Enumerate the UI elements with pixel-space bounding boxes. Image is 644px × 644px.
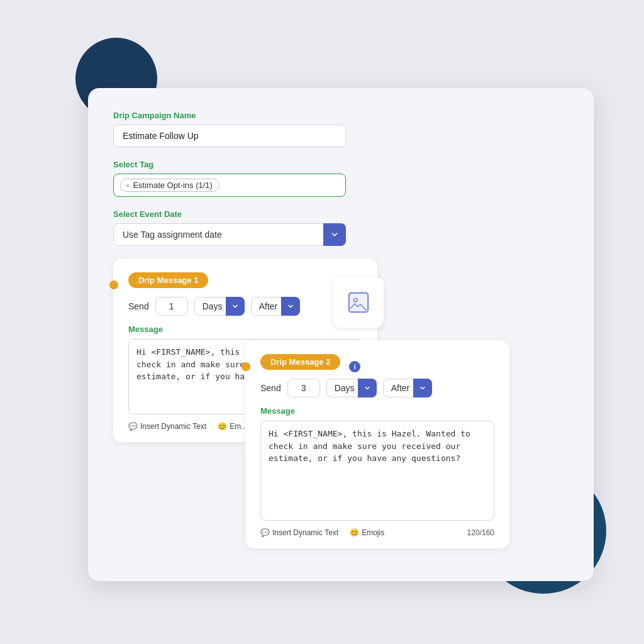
drip-1-days-wrapper: Days	[194, 297, 245, 316]
event-date-select[interactable]: Use Tag assignment date	[113, 223, 346, 246]
drip-1-after-wrapper: After	[251, 297, 300, 316]
main-card: Drip Campaign Name Select Tag × Estimate…	[88, 88, 594, 581]
info-icon[interactable]: i	[349, 361, 360, 372]
tag-badge: × Estimate Opt-ins (1/1)	[120, 179, 219, 192]
drip-1-insert-dynamic-btn[interactable]: 💬 Insert Dynamic Text	[128, 422, 206, 431]
select-event-date-section: Select Event Date Use Tag assignment dat…	[113, 209, 569, 246]
drip-area: Drip Message 1 Send Days	[113, 258, 569, 442]
drip-2-send-label: Send	[260, 383, 281, 393]
drip-2-footer-left: 💬 Insert Dynamic Text 😊 Emojis	[260, 528, 384, 537]
emoji-icon-2: 😊	[350, 528, 359, 537]
drip-1-send-row: Send Days After	[128, 297, 362, 316]
select-event-date-label: Select Event Date	[113, 209, 569, 219]
tag-input-wrapper[interactable]: × Estimate Opt-ins (1/1)	[113, 174, 346, 197]
drip-2-footer: 💬 Insert Dynamic Text 😊 Emojis 120/160	[260, 528, 494, 537]
drip-2-dot	[242, 362, 250, 371]
drip-2-char-count: 120/160	[467, 528, 494, 537]
campaign-name-input[interactable]	[113, 125, 346, 147]
drip-1-message-label: Message	[128, 325, 362, 334]
emoji-icon: 😊	[218, 422, 227, 431]
select-tag-label: Select Tag	[113, 160, 569, 169]
drip-2-emojis-btn[interactable]: 😊 Emojis	[350, 528, 384, 537]
drip-2-insert-dynamic-btn[interactable]: 💬 Insert Dynamic Text	[260, 528, 338, 537]
drip-2-send-row: Send Days After	[260, 379, 494, 397]
drip-message-2-card: Drip Message 2 i Send Days	[245, 340, 509, 548]
drip-1-emojis-btn[interactable]: 😊 Em...	[218, 422, 247, 431]
select-tag-section: Select Tag × Estimate Opt-ins (1/1)	[113, 160, 569, 197]
chat-icon-2: 💬	[260, 528, 270, 537]
chat-icon: 💬	[128, 422, 138, 431]
tag-value: Estimate Opt-ins (1/1)	[133, 180, 212, 190]
drip-1-dot	[109, 280, 118, 289]
drip-1-send-label: Send	[128, 301, 149, 311]
drip-1-badge: Drip Message 1	[128, 272, 208, 288]
drip-2-days-wrapper: Days	[326, 379, 377, 397]
drip-1-send-number[interactable]	[155, 297, 188, 316]
campaign-name-label: Drip Campaign Name	[113, 111, 569, 120]
drip-2-send-number[interactable]	[287, 379, 320, 397]
drip-2-message-label: Message	[260, 406, 494, 416]
drip-2-badge: Drip Message 2	[260, 354, 340, 370]
drip-1-after-select[interactable]: After	[251, 297, 300, 316]
drip-1-footer-left: 💬 Insert Dynamic Text 😊 Em...	[128, 422, 247, 431]
drip-2-after-select[interactable]: After	[383, 379, 432, 397]
drip-2-days-select[interactable]: Days	[326, 379, 377, 397]
drip-1-days-select[interactable]: Days	[194, 297, 245, 316]
image-placeholder-card	[333, 277, 384, 328]
tag-x[interactable]: ×	[126, 182, 130, 189]
campaign-name-section: Drip Campaign Name	[113, 111, 569, 147]
drip-2-after-wrapper: After	[383, 379, 432, 397]
drip-2-message-textarea[interactable]: Hi <FIRST_NAME>, this is Hazel. Wanted t…	[260, 421, 494, 521]
event-date-select-wrapper: Use Tag assignment date	[113, 223, 346, 246]
